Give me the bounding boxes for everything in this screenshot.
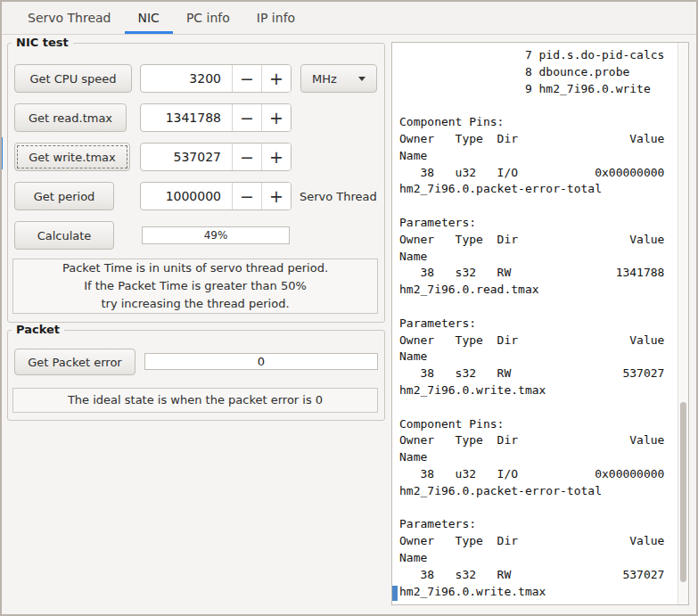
terminal-line: Name: [399, 148, 676, 165]
terminal-line: 38 s32 RW 1341788: [399, 265, 676, 282]
scrollbar-thumb[interactable]: [680, 402, 686, 582]
terminal-line: Parameters:: [399, 316, 676, 333]
cpu-speed-spinbox: 3200 − +: [140, 64, 292, 93]
terminal-line: Name: [399, 449, 676, 466]
cpu-speed-value[interactable]: 3200: [141, 65, 232, 92]
terminal-line: Name: [399, 550, 676, 567]
get-write-tmax-button[interactable]: Get write.tmax: [14, 143, 130, 171]
servo-thread-label: Servo Thread: [300, 182, 377, 210]
app-window: Servo Thread NIC PC info IP info NIC tes…: [0, 0, 698, 616]
terminal-line: Owner Type Dir Value: [399, 232, 676, 249]
terminal-line: 38 s32 RW 537027: [399, 567, 676, 584]
packet-error-field[interactable]: 0: [144, 353, 378, 370]
text-cursor: [392, 586, 398, 601]
focus-indicator-bar: [0, 137, 3, 169]
chevron-down-icon: [358, 77, 365, 81]
tab-nic[interactable]: NIC: [125, 2, 173, 34]
hal-output-text: 7 pid.s.do-pid-calcs 8 dbounce.probe 9 h…: [399, 47, 676, 603]
terminal-line: hm2_7i96.0.read.tmax: [399, 282, 676, 299]
terminal-line: 38 s32 RW 537027: [399, 365, 676, 382]
terminal-line: [399, 97, 676, 114]
tab-ip-info[interactable]: IP info: [243, 2, 308, 34]
calculate-button[interactable]: Calculate: [14, 221, 114, 250]
hal-output-panel[interactable]: 7 pid.s.do-pid-calcs 8 dbounce.probe 9 h…: [391, 42, 689, 605]
nic-test-frame: NIC test Get CPU speed 3200 − + MHz Get …: [7, 43, 385, 323]
period-row: Get period 1000000 − + Servo Thread: [14, 182, 378, 210]
get-cpu-speed-button[interactable]: Get CPU speed: [14, 64, 132, 93]
nic-test-frame-title: NIC test: [12, 36, 73, 49]
minus-icon[interactable]: −: [232, 144, 261, 170]
tab-pc-info[interactable]: PC info: [173, 2, 243, 34]
read-tmax-spinbox: 1341788 − +: [140, 103, 292, 132]
terminal-line: hm2_7i96.0.write.tmax: [399, 382, 676, 399]
plus-icon[interactable]: +: [261, 144, 291, 170]
packet-note-box: The ideal state is when the packet error…: [12, 388, 378, 413]
terminal-line: hm2_7i96.0.write.tmax: [399, 584, 676, 601]
plus-icon[interactable]: +: [261, 104, 291, 131]
get-read-tmax-button[interactable]: Get read.tmax: [14, 103, 127, 132]
terminal-line: 7 pid.s.do-pid-calcs: [399, 47, 676, 64]
terminal-line: Name: [399, 249, 676, 266]
terminal-line: Owner Type Dir Value: [399, 333, 676, 349]
terminal-line: Owner Type Dir Value: [399, 533, 676, 550]
write-tmax-value[interactable]: 537027: [141, 144, 232, 170]
nic-note-line: If the Packet Time is greater than 50%: [13, 277, 377, 295]
nic-note-box: Packet Time is in units of servo thread …: [12, 259, 378, 314]
packet-time-progressbar: 49%: [142, 226, 290, 244]
terminal-line: Parameters:: [399, 516, 676, 533]
unit-dropdown[interactable]: MHz: [300, 64, 377, 93]
minus-icon[interactable]: −: [232, 104, 261, 131]
scrollbar-track[interactable]: [677, 43, 688, 604]
minus-icon[interactable]: −: [232, 183, 261, 209]
terminal-line: Name: [399, 349, 676, 365]
get-period-button[interactable]: Get period: [14, 182, 114, 210]
plus-icon[interactable]: +: [261, 183, 291, 209]
terminal-line: Owner Type Dir Value: [399, 131, 676, 148]
terminal-line: Component Pins:: [399, 416, 676, 433]
terminal-line: 38 u32 I/O 0x00000000: [399, 165, 676, 182]
terminal-line: 9 hm2_7i96.0.write: [399, 81, 676, 98]
minus-icon[interactable]: −: [232, 65, 261, 92]
terminal-line: hm2_7i96.0.packet-error-total: [399, 181, 676, 198]
write-tmax-spinbox: 537027 − +: [140, 143, 292, 171]
terminal-line: Parameters:: [399, 215, 676, 232]
calculate-row: Calculate 49%: [14, 221, 378, 250]
packet-frame-title: Packet: [12, 323, 64, 336]
terminal-line: [399, 500, 676, 517]
terminal-line: hm2_7i96.0.packet-error-total: [399, 483, 676, 500]
terminal-line: 38 u32 I/O 0x00000000: [399, 466, 676, 483]
terminal-line: [399, 299, 676, 316]
packet-error-row: Get Packet error 0: [14, 349, 378, 375]
nic-note-line: try increasing the thread period.: [13, 295, 377, 313]
read-tmax-row: Get read.tmax 1341788 − +: [14, 103, 378, 132]
tab-servo-thread[interactable]: Servo Thread: [14, 2, 125, 34]
cpu-speed-row: Get CPU speed 3200 − + MHz: [14, 64, 378, 93]
unit-dropdown-value: MHz: [312, 72, 337, 86]
terminal-line: Component Pins:: [399, 114, 676, 131]
period-value[interactable]: 1000000: [141, 183, 232, 209]
tab-bar: Servo Thread NIC PC info IP info: [2, 2, 696, 35]
terminal-line: 8 dbounce.probe: [399, 64, 676, 81]
terminal-line: [399, 198, 676, 215]
period-spinbox: 1000000 − +: [140, 182, 292, 210]
nic-note-line: Packet Time is in units of servo thread …: [13, 259, 377, 277]
read-tmax-value[interactable]: 1341788: [141, 104, 232, 131]
terminal-line: Owner Type Dir Value: [399, 432, 676, 449]
terminal-line: [399, 399, 676, 416]
write-tmax-row: Get write.tmax 537027 − +: [14, 143, 378, 171]
get-packet-error-button[interactable]: Get Packet error: [14, 349, 135, 375]
packet-frame: Packet Get Packet error 0 The ideal stat…: [7, 330, 385, 421]
plus-icon[interactable]: +: [261, 65, 291, 92]
